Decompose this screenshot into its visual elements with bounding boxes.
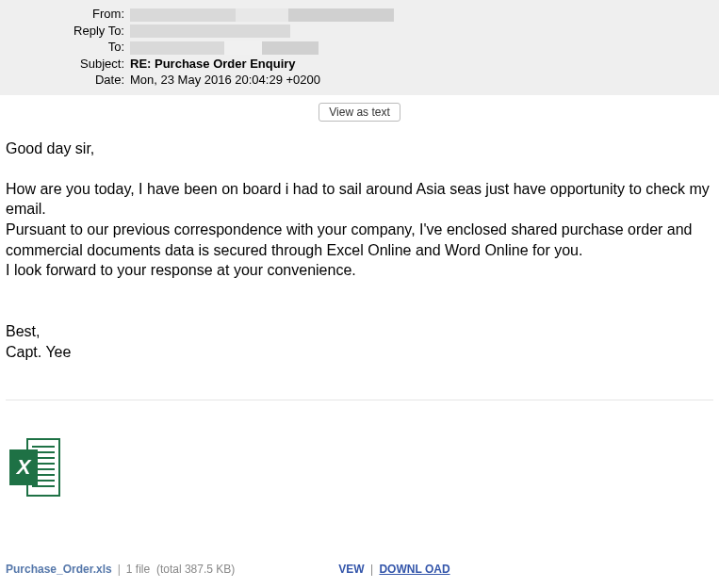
from-label: From: <box>0 7 130 21</box>
attachment-file-size: (total 387.5 KB) <box>156 563 235 576</box>
body-signature: Capt. Yee <box>6 342 713 363</box>
to-value <box>130 40 719 55</box>
reply-to-label: Reply To: <box>0 24 130 38</box>
body-closing: Best, <box>6 321 713 342</box>
attachment-sep-1: | <box>118 563 121 576</box>
subject-label: Subject: <box>0 57 130 71</box>
date-label: Date: <box>0 73 130 87</box>
body-para3: I look forward to your response at your … <box>6 260 713 281</box>
email-body: Good day sir, How are you today, I have … <box>0 129 719 372</box>
email-header: From: Reply To: To: Subject: RE: Purchas… <box>0 0 719 95</box>
body-para2: Pursuant to our previous correspondence … <box>6 220 713 260</box>
to-label: To: <box>0 40 130 54</box>
attachment-area: X <box>0 410 719 506</box>
subject-value: RE: Purchase Order Enquiry <box>130 57 719 71</box>
body-greeting: Good day sir, <box>6 139 713 159</box>
view-as-text-container: View as text <box>0 95 719 129</box>
action-sep: | <box>370 563 373 576</box>
from-value <box>130 7 719 22</box>
attachment-file-count: 1 file <box>126 563 150 576</box>
reply-to-value <box>130 24 719 39</box>
excel-icon[interactable]: X <box>9 438 60 497</box>
view-link[interactable]: VEW <box>338 563 364 576</box>
attachment-info: Purchase_Order.xls | 1 file (total 387.5… <box>0 506 719 585</box>
date-value: Mon, 23 May 2016 20:04:29 +0200 <box>130 73 719 87</box>
separator <box>6 400 713 400</box>
attachment-actions: VEW | DOWNL OAD <box>338 563 449 576</box>
download-link[interactable]: DOWNL OAD <box>379 563 449 576</box>
body-para1: How are you today, I have been on board … <box>6 179 713 220</box>
view-as-text-button[interactable]: View as text <box>319 103 400 122</box>
attachment-filename[interactable]: Purchase_Order.xls <box>6 563 112 576</box>
